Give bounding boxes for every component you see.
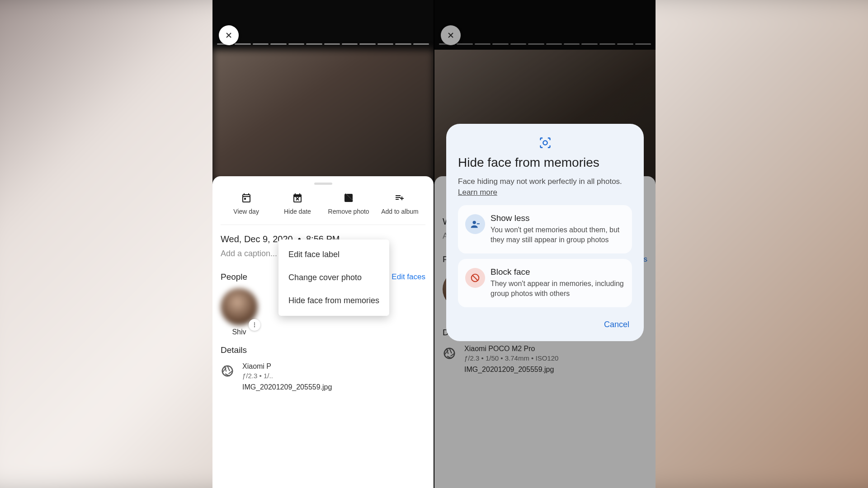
playlist-add-icon	[394, 192, 406, 204]
view-day-label: View day	[233, 207, 259, 216]
add-album-label: Add to album	[381, 207, 419, 216]
more-vert-icon	[251, 322, 258, 328]
person-remove-icon	[465, 214, 485, 234]
edit-faces-link[interactable]: Edit faces	[392, 272, 425, 282]
filename-text: IMG_20201209_205559.jpg	[242, 383, 425, 391]
person-chip[interactable]: Shiv	[221, 288, 258, 336]
info-sheet: View day Hide date Remove photo Add to a…	[212, 176, 434, 488]
show-less-title: Show less	[491, 213, 624, 223]
calendar-x-icon	[292, 192, 303, 204]
hide-date-label: Hide date	[284, 207, 311, 216]
dialog-description: Face hiding may not work perfectly in al…	[458, 177, 632, 186]
svg-point-5	[543, 141, 547, 145]
show-less-option[interactable]: Show less You won't get memories about t…	[458, 205, 632, 253]
block-face-desc: They won't appear in memories, including…	[491, 279, 624, 299]
block-face-title: Block face	[491, 267, 624, 277]
remove-photo-action[interactable]: Remove photo	[323, 192, 374, 216]
svg-point-0	[254, 323, 255, 324]
photo-preview	[212, 50, 434, 181]
learn-more-link[interactable]: Learn more	[458, 188, 497, 197]
hide-face-dialog: Hide face from memories Face hiding may …	[446, 124, 644, 341]
hide-date-action[interactable]: Hide date	[272, 192, 323, 216]
dialog-title: Hide face from memories	[458, 155, 632, 170]
calendar-icon	[241, 192, 252, 204]
remove-photo-label: Remove photo	[328, 207, 369, 216]
view-day-action[interactable]: View day	[221, 192, 272, 216]
people-heading: People	[221, 272, 247, 282]
svg-point-2	[254, 326, 255, 327]
menu-edit-face-label[interactable]: Edit face label	[278, 243, 389, 266]
block-icon	[465, 268, 485, 288]
show-less-desc: You won't get memories about them, but t…	[491, 225, 624, 245]
stories-progress	[217, 43, 429, 45]
svg-point-6	[473, 221, 476, 224]
svg-rect-7	[477, 223, 480, 224]
add-to-album-action[interactable]: Add to album	[374, 192, 425, 216]
menu-hide-face-from-memories[interactable]: Hide face from memories	[278, 289, 389, 312]
menu-change-cover-photo[interactable]: Change cover photo	[278, 266, 389, 289]
face-context-menu: Edit face label Change cover photo Hide …	[278, 239, 389, 316]
details-heading: Details	[221, 345, 425, 355]
device-name: Xiaomi P	[242, 362, 273, 371]
image-off-icon	[343, 192, 354, 204]
aperture-icon	[221, 364, 234, 378]
block-face-option[interactable]: Block face They won't appear in memories…	[458, 259, 632, 307]
face-detection-icon	[458, 136, 632, 149]
cancel-button[interactable]: Cancel	[458, 313, 632, 330]
person-more-button[interactable]	[249, 319, 260, 331]
close-icon	[224, 31, 233, 40]
sheet-handle[interactable]	[314, 183, 332, 185]
camera-specs: ƒ/2.3 • 1/..	[242, 372, 273, 380]
close-button[interactable]	[219, 25, 239, 45]
svg-point-1	[254, 324, 255, 325]
